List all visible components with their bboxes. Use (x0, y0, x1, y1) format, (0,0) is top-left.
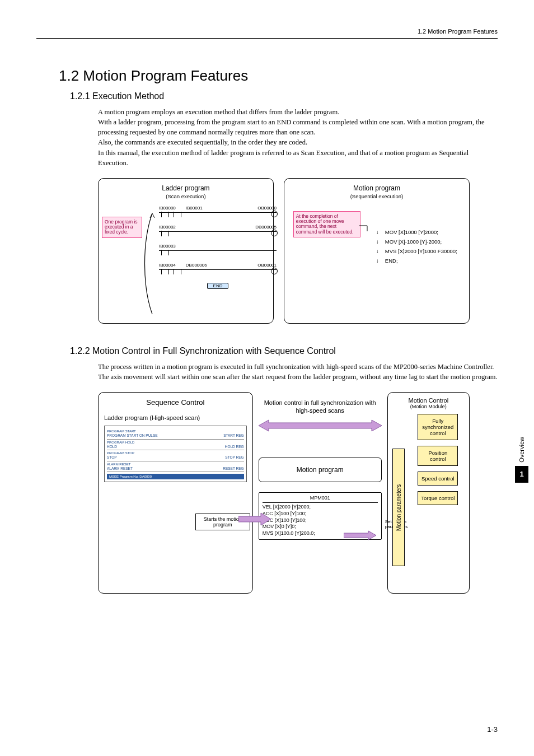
page-number: 1-3 (487, 725, 498, 734)
panel-left-title: Ladder program (104, 184, 268, 192)
motion-command: ↓MOV [X]1000 [Y]2000; (376, 229, 457, 235)
ladder-rung: IB00003 (159, 244, 277, 254)
panel-motion-control: Motion Control (Motion Module) Motion pa… (387, 392, 470, 594)
motion-command: ↓END; (376, 258, 457, 264)
panel-right-sub: (Sequential execution) (290, 193, 463, 199)
ladder-end: END (207, 283, 229, 289)
down-arrow-icon: ↓ (376, 258, 381, 264)
panel-ladder-program: Ladder program (Scan execution) One prog… (98, 178, 274, 324)
sync-double-arrow-icon (259, 418, 382, 433)
down-arrow-icon: ↓ (376, 229, 381, 235)
code-line: ACC [X]100 [Y]100; (263, 511, 378, 517)
diagram-sync-control: Sequence Control Ladder program (High-sp… (98, 392, 470, 594)
ladder-rungs: IB00000IB00001OB00000IB00002DB000005IB00… (159, 206, 277, 289)
code-line: DCC [X]100 [Y]100; (263, 517, 378, 524)
side-tab-label: Overview (518, 437, 525, 463)
motion-command: ↓MVS [X]2000 [Y]1000 F30000; (376, 248, 457, 254)
ladder-mini-rung: ALARM RESETRESET REG (107, 466, 244, 473)
section-heading-1-2-1: 1.2.1 Execution Method (70, 91, 498, 101)
control-mode-block: Fully synchronized control (418, 414, 458, 440)
connector-icon (359, 217, 372, 232)
ladder-mini-rung: HOLDHOLD REG (107, 444, 244, 451)
control-mode-block: Torque control (418, 491, 458, 505)
ladder-high-speed-label: Ladder program (High-speed scan) (104, 414, 247, 421)
panel-left-sub: (Scan execution) (104, 193, 268, 199)
motion-command: ↓MOV [X]-1000 [Y]-2000; (376, 239, 457, 245)
control-mode-block: Position control (418, 446, 458, 466)
panel-right-title: Motion program (290, 184, 463, 192)
ladder-mini-rung: PROGRAM START ON PULSESTART REG (107, 433, 244, 440)
panel-motion-program: Motion program (Sequential execution) At… (284, 178, 470, 324)
diagram-execution-method: Ladder program (Scan execution) One prog… (98, 178, 470, 324)
control-mode-block: Speed control (418, 472, 458, 486)
code-line: VEL [X]2000 [Y]2000; (263, 504, 378, 511)
note-sequential: At the completion of execution of one mo… (293, 211, 360, 237)
side-tab: Overview 1 (515, 437, 528, 483)
sync-title: Motion control in full synchronization w… (259, 399, 382, 415)
motion-control-title: Motion Control (391, 397, 466, 404)
header-rule (36, 38, 498, 39)
ladder-program-mini: PROGRAM STARTPROGRAM START ON PULSESTART… (104, 426, 247, 482)
panel-sequence-control: Sequence Control Ladder program (High-sp… (98, 392, 253, 594)
side-tab-number: 1 (515, 466, 528, 483)
svg-marker-1 (238, 513, 271, 525)
down-arrow-icon: ↓ (376, 239, 381, 245)
ladder-rung: IB00000IB00001OB00000 (159, 206, 277, 216)
section-1-2-2-body: The process written in a motion program … (98, 362, 498, 382)
svg-marker-2 (344, 531, 376, 540)
motion-parameters-bar: Motion parameters (392, 449, 405, 566)
ladder-rung: IB00002DB000005 (159, 225, 277, 235)
set-params-arrow-icon (344, 530, 377, 541)
note-scan-cycle: One program is executed in a fixed cycle… (102, 217, 142, 238)
mpm-code-head: MPM001 (263, 495, 378, 503)
ladder-mini-rung: STOPSTOP REG (107, 455, 244, 461)
motion-program-box: Motion program (259, 458, 382, 482)
section-1-2-1-body: A motion program employs an execution me… (98, 107, 498, 168)
down-arrow-icon: ↓ (376, 248, 381, 254)
svg-marker-0 (259, 420, 382, 431)
section-heading-1-2: 1.2 Motion Program Features (59, 67, 498, 85)
ladder-rung: IB00004DB000006OB00001 (159, 263, 277, 273)
section-heading-1-2-2: 1.2.2 Motion Control in Full Synchroniza… (70, 346, 498, 356)
start-arrow-icon (238, 510, 272, 529)
motion-control-sub: (Motion Module) (391, 404, 466, 409)
panel-mid-sync: Motion control in full synchronization w… (259, 392, 382, 594)
sequence-control-title: Sequence Control (104, 398, 247, 407)
header-breadcrumb: 1.2 Motion Program Features (418, 28, 498, 35)
motion-command-list: ↓MOV [X]1000 [Y]2000;↓MOV [X]-1000 [Y]-2… (376, 226, 457, 267)
